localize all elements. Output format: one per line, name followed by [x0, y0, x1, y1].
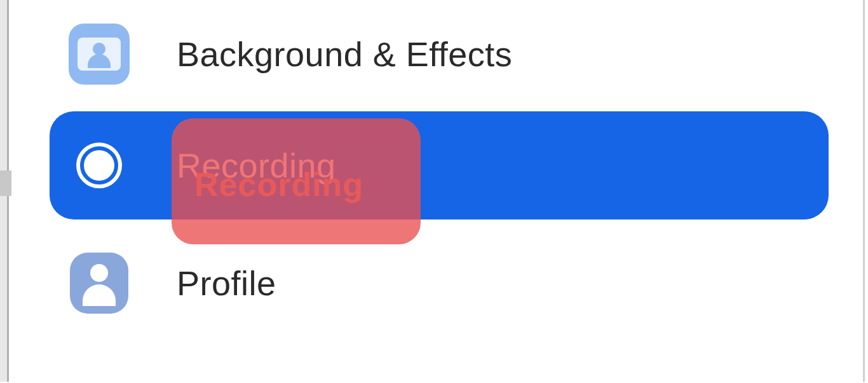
sidebar-item-recording[interactable]: Recording	[50, 111, 829, 219]
window-border-right	[863, 0, 868, 382]
record-icon	[67, 134, 131, 197]
profile-icon	[67, 251, 131, 315]
sidebar-item-label: Background & Effects	[177, 34, 512, 74]
settings-sidebar: Background & Effects Recording Profile	[19, 0, 859, 382]
sidebar-item-label: Profile	[177, 263, 276, 303]
sidebar-item-background-effects[interactable]: Background & Effects	[50, 6, 829, 102]
sidebar-item-profile[interactable]: Profile	[50, 229, 829, 337]
window-edge-tab	[0, 171, 11, 196]
sidebar-item-label: Recording	[177, 146, 336, 185]
background-effects-icon	[67, 22, 131, 86]
